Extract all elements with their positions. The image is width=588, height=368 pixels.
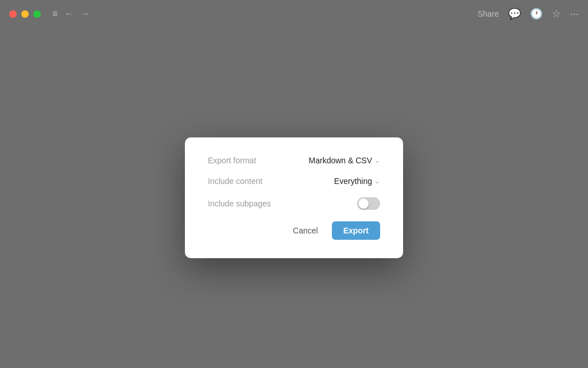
toggle-knob [358,198,369,209]
export-format-value: Markdown & CSV [309,156,372,165]
include-content-chevron-icon: ⌄ [374,177,380,185]
main-content: Export format Markdown & CSV ⌄ Include c… [0,28,588,368]
close-button[interactable] [9,10,17,18]
star-icon[interactable]: ☆ [552,7,561,20]
back-icon[interactable]: ← [64,9,74,19]
clock-icon[interactable]: 🕐 [530,7,543,20]
export-format-select[interactable]: Markdown & CSV ⌄ [309,156,380,165]
share-button[interactable]: Share [478,9,499,18]
more-icon[interactable]: ··· [570,8,579,20]
include-subpages-row: Include subpages [208,197,380,210]
export-dialog: Export format Markdown & CSV ⌄ Include c… [185,137,403,258]
maximize-button[interactable] [33,10,41,18]
include-content-value: Everything [334,177,372,186]
nav-controls: ≡ ← → [52,9,90,19]
dialog-buttons: Cancel Export [208,221,380,240]
minimize-button[interactable] [21,10,29,18]
export-format-chevron-icon: ⌄ [374,156,380,164]
include-subpages-toggle[interactable] [357,197,380,210]
export-format-row: Export format Markdown & CSV ⌄ [208,156,380,165]
hamburger-icon[interactable]: ≡ [52,9,57,19]
export-format-label: Export format [208,156,256,165]
comment-icon[interactable]: 💬 [508,7,521,20]
include-subpages-label: Include subpages [208,199,271,208]
cancel-button[interactable]: Cancel [286,221,325,240]
include-content-label: Include content [208,177,262,186]
forward-icon[interactable]: → [80,9,90,19]
export-button[interactable]: Export [332,221,380,240]
titlebar-right: Share 💬 🕐 ☆ ··· [478,7,579,20]
titlebar: ≡ ← → Share 💬 🕐 ☆ ··· [0,0,588,28]
include-content-row: Include content Everything ⌄ [208,177,380,186]
include-content-select[interactable]: Everything ⌄ [334,177,380,186]
traffic-lights [9,10,41,18]
